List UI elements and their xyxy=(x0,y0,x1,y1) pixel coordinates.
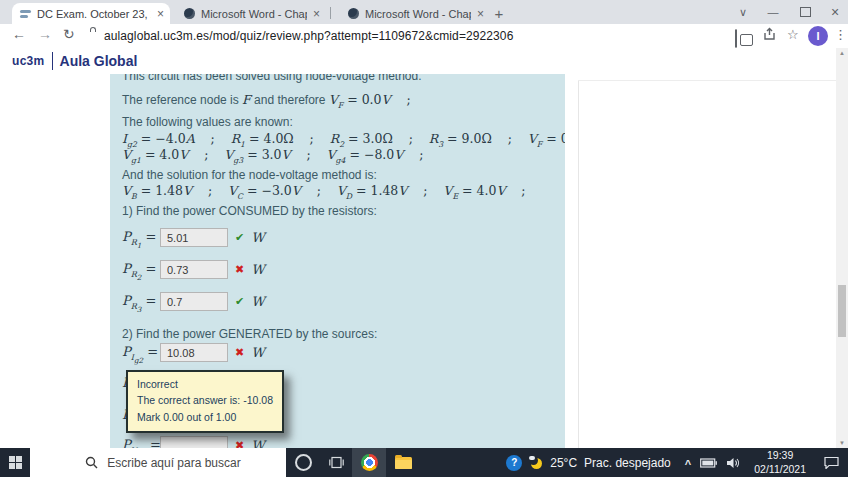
answer-input[interactable] xyxy=(160,228,228,247)
weather-widget[interactable]: 25°CPrac. despejado xyxy=(527,448,679,477)
math-token: ; xyxy=(391,92,411,107)
answer-label: PIg2 = xyxy=(122,344,160,360)
windows-logo-icon xyxy=(9,456,22,469)
math-token: = xyxy=(141,293,160,308)
known-values-line1: Ig2 = −4.0A ; R1 = 4.0Ω ; R2 = 3.0Ω ; R3… xyxy=(122,131,565,146)
cortana-button[interactable] xyxy=(286,448,320,477)
math-token: Vg4 xyxy=(327,147,346,162)
cortana-icon xyxy=(295,454,312,471)
math-token: ; xyxy=(403,147,423,162)
tab-close-icon[interactable]: × xyxy=(477,7,484,21)
bookmark-star-icon[interactable]: ☆ xyxy=(787,27,799,42)
math-token: PR3 xyxy=(122,293,141,308)
feedback-correct-answer: The correct answer is: -10.08 xyxy=(137,392,273,408)
back-icon[interactable]: ← xyxy=(12,26,26,42)
math-token: = 1.48 xyxy=(352,183,398,198)
avatar[interactable]: I xyxy=(808,26,828,46)
math-token: = xyxy=(141,261,160,276)
new-tab-button[interactable]: + xyxy=(490,4,508,22)
math-token: ; xyxy=(393,131,429,146)
scroll-up-icon[interactable]: ▲ xyxy=(836,48,848,58)
answer-input[interactable] xyxy=(160,260,228,279)
kebab-menu-icon[interactable]: ⋮ xyxy=(834,27,847,42)
math-token: Ω xyxy=(382,131,392,146)
hidden-icons-chevron-icon[interactable]: ^ xyxy=(685,458,691,470)
weather-desc: Prac. despejado xyxy=(584,456,671,470)
taskbar-search-box[interactable]: Escribe aquí para buscar xyxy=(30,448,286,477)
math-token: = 4.0 xyxy=(458,183,496,198)
math-token: ; xyxy=(291,147,327,162)
task-view-button[interactable] xyxy=(320,448,352,477)
task-view-icon xyxy=(329,456,344,469)
battery-icon[interactable] xyxy=(700,458,717,468)
math-token: and therefore xyxy=(251,93,329,107)
scrollbar-thumb[interactable] xyxy=(838,285,846,337)
folder-icon xyxy=(395,457,412,469)
scroll-down-icon[interactable]: ▼ xyxy=(836,438,848,448)
feedback-tooltip: Incorrect The correct answer is: -10.08 … xyxy=(126,370,284,433)
answer-input[interactable] xyxy=(160,343,228,362)
taskbar-spacer xyxy=(420,448,501,477)
feedback-mark: Mark 0.00 out of 1.00 xyxy=(137,409,273,425)
answer-input[interactable] xyxy=(160,292,228,311)
file-explorer-button[interactable] xyxy=(386,448,420,477)
tab-word-2[interactable]: Microsoft Word - Chapman_Exam × xyxy=(340,3,490,24)
uc3m-logo-text: uc3m xyxy=(12,54,45,68)
speaker-icon[interactable] xyxy=(726,457,740,469)
logo-divider xyxy=(52,52,53,70)
math-token: = 4.0 xyxy=(245,131,283,146)
math-token: ; xyxy=(407,183,443,198)
address-bar[interactable]: aulaglobal.uc3m.es/mod/quiz/review.php?a… xyxy=(104,29,513,43)
math-token: = 9.0 xyxy=(443,131,481,146)
window-restore-button[interactable] xyxy=(795,2,815,22)
math-token: V xyxy=(183,183,192,198)
browser-toolbar: ← → ↻ aulaglobal.uc3m.es/mod/quiz/review… xyxy=(0,24,848,49)
answer-input[interactable] xyxy=(160,436,228,448)
clock-time: 19:39 xyxy=(767,449,793,462)
math-token: Ω xyxy=(481,131,491,146)
math-token: R3 xyxy=(429,131,443,146)
math-token: ; xyxy=(192,183,228,198)
math-token: ; xyxy=(195,131,231,146)
tab-close-icon[interactable]: × xyxy=(313,7,320,21)
help-icon: ? xyxy=(506,455,522,471)
window-minimize-button[interactable]: — xyxy=(763,2,783,22)
browser-tab-strip: DC Exam. October 23, 2020: Online × Micr… xyxy=(0,0,848,24)
math-token: R2 xyxy=(330,131,344,146)
reload-icon[interactable]: ↻ xyxy=(63,26,75,42)
math-token: V xyxy=(292,183,301,198)
chrome-taskbar-button[interactable] xyxy=(352,448,386,477)
tab-close-icon[interactable]: × xyxy=(157,7,164,21)
taskbar-clock[interactable]: 19:39 02/11/2021 xyxy=(746,448,814,477)
math-token: = 1.48 xyxy=(137,183,183,198)
answer-row-pig2: PIg2 = ✖ W xyxy=(122,342,265,363)
search-icon xyxy=(85,456,98,469)
question-text-area: This circuit has been solved using node-… xyxy=(110,74,565,448)
right-column-border xyxy=(578,80,579,448)
answer-unit: W xyxy=(251,230,264,245)
answer-unit: W xyxy=(251,438,264,448)
screen: DC Exam. October 23, 2020: Online × Micr… xyxy=(0,0,848,477)
tab-dc-exam[interactable]: DC Exam. October 23, 2020: Online × xyxy=(12,3,170,24)
tab-search-chevron-icon[interactable]: ∨ xyxy=(733,2,753,22)
math-token: = xyxy=(141,229,160,244)
start-button[interactable] xyxy=(0,448,30,477)
tab-separator xyxy=(330,7,331,19)
action-center-button[interactable] xyxy=(814,448,848,477)
uc3m-aula-global-logo[interactable]: uc3m Aula Global xyxy=(12,52,137,70)
math-token: VF xyxy=(528,131,542,146)
math-token: VC xyxy=(228,183,243,198)
aula-global-favicon-icon xyxy=(20,9,31,19)
get-help-tray-button[interactable]: ? xyxy=(501,448,527,477)
translate-icon[interactable] xyxy=(735,30,737,48)
answer-unit: W xyxy=(251,294,264,309)
math-token: PVg4 xyxy=(122,437,146,448)
tab-word-1[interactable]: Microsoft Word - Chapman_Exam × xyxy=(176,3,326,24)
page-scrollbar[interactable]: ▲ ▼ xyxy=(836,48,848,448)
window-close-button[interactable]: × xyxy=(825,2,845,22)
forward-icon[interactable]: → xyxy=(38,26,52,42)
share-icon[interactable] xyxy=(762,27,777,42)
notification-icon xyxy=(824,456,839,469)
math-token: Vg3 xyxy=(224,147,243,162)
math-token: = −3.0 xyxy=(243,183,292,198)
